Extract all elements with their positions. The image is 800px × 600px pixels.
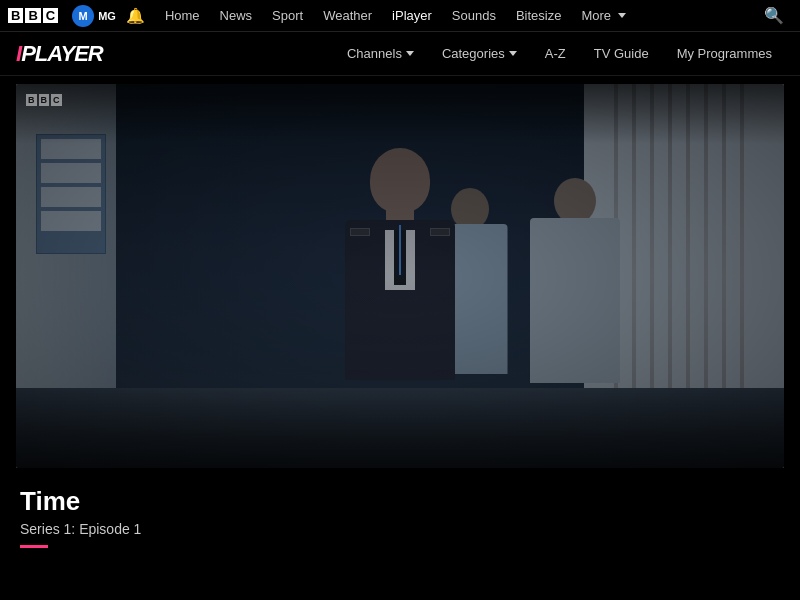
video-bbc-watermark: B B C [26, 94, 62, 106]
video-bbc-b2: B [39, 94, 50, 106]
video-bbc-c: C [51, 94, 62, 106]
user-initials: MG [98, 10, 116, 22]
top-nav-links: Home News Sport Weather iPlayer Sounds B… [155, 0, 756, 32]
categories-chevron-icon [509, 51, 517, 56]
nav-news[interactable]: News [210, 0, 263, 32]
iplayer-nav-channels[interactable]: Channels [335, 32, 426, 76]
nav-sounds[interactable]: Sounds [442, 0, 506, 32]
top-gradient-overlay [16, 84, 784, 144]
search-icon[interactable]: 🔍 [756, 6, 792, 25]
iplayer-nav-myprogrammes[interactable]: My Programmes [665, 32, 784, 76]
nav-weather[interactable]: Weather [313, 0, 382, 32]
iplayer-nav-tvguide[interactable]: TV Guide [582, 32, 661, 76]
bbc-logo[interactable]: B B C [8, 8, 58, 23]
bbc-block-c: C [43, 8, 58, 23]
bbc-block-b1: B [8, 8, 23, 23]
program-title: Time [20, 486, 780, 517]
iplayer-logo[interactable]: iPLAYER [16, 41, 103, 67]
nav-iplayer[interactable]: iPlayer [382, 0, 442, 32]
channels-chevron-icon [406, 51, 414, 56]
scene-background: B B C [16, 84, 784, 468]
user-avatar[interactable]: M [72, 5, 94, 27]
bbc-block-b2: B [25, 8, 40, 23]
video-bbc-b1: B [26, 94, 37, 106]
nav-home[interactable]: Home [155, 0, 210, 32]
iplayer-logo-player: PLAYER [21, 41, 103, 66]
iplayer-header: iPLAYER Channels Categories A-Z TV Guide… [0, 32, 800, 76]
iplayer-navigation: Channels Categories A-Z TV Guide My Prog… [335, 32, 784, 76]
main-content: B B C Time Series 1: Episode 1 [0, 76, 800, 548]
iplayer-nav-categories[interactable]: Categories [430, 32, 529, 76]
program-info: Time Series 1: Episode 1 [16, 468, 784, 548]
program-subtitle: Series 1: Episode 1 [20, 521, 780, 537]
user-icon-letter: M [79, 10, 88, 22]
video-thumbnail[interactable]: B B C [16, 84, 784, 468]
red-underline [20, 545, 48, 548]
nav-sport[interactable]: Sport [262, 0, 313, 32]
notification-bell-icon[interactable]: 🔔 [126, 7, 145, 25]
nav-more[interactable]: More [571, 0, 636, 32]
nav-bitesize[interactable]: Bitesize [506, 0, 572, 32]
top-navigation: B B C M MG 🔔 Home News Sport Weather iPl… [0, 0, 800, 32]
more-chevron-icon [618, 13, 626, 18]
iplayer-nav-az[interactable]: A-Z [533, 32, 578, 76]
bottom-gradient-overlay [16, 388, 784, 468]
